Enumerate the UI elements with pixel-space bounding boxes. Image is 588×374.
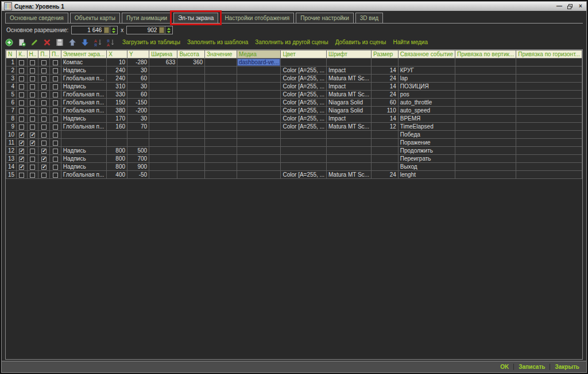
row-checkbox[interactable] — [30, 173, 35, 178]
cell-h_anchor[interactable] — [516, 115, 582, 123]
cell-x[interactable]: 400 — [107, 171, 127, 179]
row-checkbox[interactable] — [30, 157, 35, 162]
cell-v_anchor[interactable] — [455, 91, 516, 99]
row-checkbox[interactable] — [19, 60, 24, 65]
cell-x[interactable]: 170 — [107, 115, 127, 123]
cell-x[interactable] — [107, 131, 127, 139]
cell-value[interactable] — [205, 75, 237, 83]
cell-event[interactable]: ВРЕМЯ — [398, 115, 455, 123]
cell-y[interactable]: 500 — [127, 147, 149, 155]
cell-h_anchor[interactable] — [516, 83, 582, 91]
cell-y[interactable] — [127, 139, 149, 147]
cell-event[interactable]: Поражение — [398, 139, 455, 147]
cell-element[interactable]: Глобальная п... — [61, 99, 107, 107]
cell-height[interactable] — [177, 155, 205, 163]
row-checkbox[interactable] — [41, 76, 47, 81]
cell-value[interactable] — [205, 123, 237, 131]
cell-height[interactable] — [177, 83, 205, 91]
cell-size[interactable]: 24 — [371, 75, 398, 83]
cell-media[interactable] — [237, 67, 281, 75]
cell-width[interactable] — [149, 155, 177, 163]
cell-n[interactable]: 2 — [6, 67, 17, 75]
row-checkbox[interactable] — [53, 133, 58, 138]
cell-v_anchor[interactable] — [455, 171, 516, 179]
close-button[interactable]: Закрыть — [550, 364, 584, 370]
restore-icon[interactable] — [567, 4, 572, 9]
cell-size[interactable]: 12 — [371, 123, 398, 131]
cell-h_anchor[interactable] — [516, 147, 582, 155]
row-checkbox[interactable] — [30, 133, 35, 138]
cell-size[interactable]: 14 — [371, 67, 398, 75]
resolution-width-field[interactable]: 1 646 — [71, 26, 118, 34]
cell-element[interactable]: Глобальная п... — [61, 123, 107, 131]
cell-n[interactable]: 5 — [6, 91, 17, 99]
cell-size[interactable] — [371, 155, 398, 163]
cell-font[interactable]: Niagara Solid — [327, 107, 372, 115]
cell-n[interactable]: 12 — [6, 147, 17, 155]
write-button[interactable]: Записать — [513, 364, 550, 370]
row-checkbox[interactable] — [41, 173, 47, 178]
cell-color[interactable]: Color [A=255, ... — [281, 115, 327, 123]
row-checkbox[interactable] — [53, 60, 58, 65]
cell-h_anchor[interactable] — [516, 155, 582, 163]
edit-icon[interactable] — [30, 38, 38, 46]
cell-value[interactable] — [205, 171, 237, 179]
cell-x[interactable]: 150 — [107, 99, 127, 107]
cell-element[interactable]: Надпись — [61, 83, 107, 91]
cell-font[interactable] — [327, 59, 372, 67]
cell-y[interactable]: 60 — [127, 91, 149, 99]
row-checkbox[interactable] — [19, 124, 24, 130]
column-header-height[interactable]: Высота — [177, 50, 205, 59]
row-checkbox[interactable] — [19, 92, 24, 98]
cell-n[interactable]: 14 — [6, 163, 17, 171]
cell-media[interactable] — [237, 163, 281, 171]
row-checkbox[interactable] — [41, 133, 47, 138]
cell-element[interactable]: Глобальная п... — [61, 75, 107, 83]
cell-y[interactable]: 700 — [127, 155, 149, 163]
cell-size[interactable]: 110 — [371, 107, 398, 115]
cell-color[interactable] — [281, 155, 327, 163]
resolution-width-value[interactable]: 1 646 — [72, 27, 103, 33]
cell-width[interactable] — [149, 123, 177, 131]
row-checkbox[interactable] — [30, 84, 35, 89]
cell-element[interactable] — [61, 139, 107, 147]
row-checkbox[interactable] — [19, 68, 24, 73]
row-checkbox[interactable] — [41, 124, 47, 130]
cell-y[interactable]: 900 — [127, 163, 149, 171]
cell-height[interactable] — [177, 163, 205, 171]
cell-h_anchor[interactable] — [516, 139, 582, 147]
row-checkbox[interactable] — [30, 92, 35, 98]
cell-color[interactable]: Color [A=255, ... — [281, 99, 327, 107]
row-checkbox[interactable] — [53, 68, 58, 73]
cell-font[interactable] — [327, 155, 372, 163]
cell-height[interactable] — [177, 67, 205, 75]
resolution-width-picker-button[interactable] — [104, 27, 109, 33]
cell-height[interactable] — [177, 91, 205, 99]
cell-width[interactable] — [149, 99, 177, 107]
cell-color[interactable] — [281, 139, 327, 147]
column-header-element[interactable]: Элемент экра... — [61, 50, 107, 59]
cell-value[interactable] — [205, 67, 237, 75]
column-header-c1[interactable]: Н.. — [27, 50, 38, 59]
cell-font[interactable] — [327, 163, 372, 171]
cell-color[interactable] — [281, 163, 327, 171]
cell-h_anchor[interactable] — [516, 123, 582, 131]
cell-x[interactable]: 310 — [107, 83, 127, 91]
cell-n[interactable]: 8 — [6, 115, 17, 123]
cell-n[interactable]: 1 — [6, 59, 17, 67]
cell-value[interactable] — [205, 139, 237, 147]
add-page-icon[interactable] — [18, 38, 26, 46]
cell-event[interactable]: Победа — [398, 131, 455, 139]
cell-h_anchor[interactable] — [516, 59, 582, 67]
column-header-media[interactable]: Медиа — [237, 50, 281, 59]
row-checkbox[interactable] — [53, 84, 58, 89]
cell-y[interactable]: 60 — [127, 75, 149, 83]
cell-font[interactable]: Matura MT Sc... — [327, 91, 372, 99]
sort-desc-icon[interactable]: Я А — [106, 38, 114, 46]
cell-size[interactable] — [371, 59, 398, 67]
sort-asc-icon[interactable]: А Я — [94, 38, 102, 46]
row-checkbox[interactable] — [53, 76, 58, 81]
row-checkbox[interactable] — [53, 157, 58, 162]
cell-x[interactable]: 330 — [107, 91, 127, 99]
column-header-c2[interactable]: П.. — [38, 50, 50, 59]
